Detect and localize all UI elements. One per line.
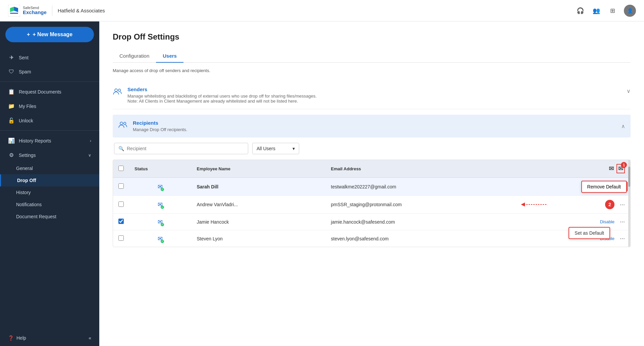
row3-checkbox[interactable] <box>118 219 124 224</box>
search-input[interactable] <box>127 146 244 151</box>
context-menu-popup[interactable]: Remove Default <box>581 181 627 193</box>
users-icon[interactable]: 👥 <box>592 6 601 15</box>
row2-more-button[interactable]: ··· <box>617 200 628 209</box>
table-row: ✉ ✓ Jamie Hancock jamie.hancock@safesend… <box>113 214 630 230</box>
new-message-button[interactable]: + + New Message <box>5 27 94 42</box>
row3-more-button[interactable]: ··· <box>617 218 628 226</box>
scrollbar-thumb <box>628 167 630 187</box>
row4-checkbox[interactable] <box>118 235 124 241</box>
senders-description: Manage whitelisting and blacklisting of … <box>127 94 621 99</box>
sidebar-item-spam[interactable]: 🛡 Spam <box>0 65 99 79</box>
sidebar-sub-item-drop-off[interactable]: Drop Off <box>0 174 99 186</box>
recipients-title: Recipients <box>133 120 621 126</box>
set-as-default-popup[interactable]: Set as Default <box>569 227 610 239</box>
unlock-icon: 🔓 <box>8 117 15 124</box>
row3-email: jamie.hancock@safesend.com <box>326 214 537 230</box>
recipients-section: Recipients Manage Drop Off recipients. ∧ <box>113 115 631 137</box>
spam-icon: 🛡 <box>8 69 15 75</box>
row4-name-text: Steven Lyon <box>197 236 222 241</box>
sidebar-sub-item-notifications[interactable]: Notifications <box>0 198 99 211</box>
row4-more-button[interactable]: ··· <box>617 234 628 243</box>
recipients-header[interactable]: Recipients Manage Drop Off recipients. ∧ <box>113 115 631 137</box>
row4-status-icon: ✉ ✓ <box>158 235 163 242</box>
select-all-checkbox[interactable] <box>118 166 124 171</box>
step2-badge: 2 <box>605 200 614 209</box>
my-files-icon: 📁 <box>8 103 15 109</box>
tab-users[interactable]: Users <box>156 50 183 63</box>
sidebar-item-request-documents[interactable]: 📋 Request Documents <box>0 84 99 99</box>
sidebar-divider-2 <box>0 130 99 131</box>
users-table-wrapper: Status Employee Name Email Address ✉ <box>113 160 631 247</box>
tab-description: Manage access of drop off senders and re… <box>113 68 631 73</box>
sidebar-item-settings[interactable]: ⚙ Settings ∨ <box>0 148 99 162</box>
sidebar-sub-item-document-request[interactable]: Document Request <box>0 211 99 223</box>
row1-name-text: Sarah Dill <box>197 184 218 189</box>
sidebar-item-unlock[interactable]: 🔓 Unlock <box>0 113 99 128</box>
table-scrollbar[interactable] <box>628 160 630 247</box>
recipients-icon <box>118 120 127 132</box>
table-header-checkbox <box>113 160 129 178</box>
main-content: Drop Off Settings Configuration Users Ma… <box>99 21 644 346</box>
row3-disable-link[interactable]: Disable <box>600 219 614 224</box>
senders-title: Senders <box>127 86 621 92</box>
table-header-row: Status Employee Name Email Address ✉ <box>113 160 630 178</box>
sidebar-collapse-icon[interactable]: « <box>89 335 91 341</box>
layout: + + New Message ✈ Sent 🛡 Spam 📋 Request … <box>0 21 644 346</box>
avatar[interactable]: 👤 <box>624 5 636 17</box>
sidebar-sub-notifications-label: Notifications <box>16 202 42 207</box>
annotation-arrow <box>520 201 546 208</box>
headset-icon[interactable]: 🎧 <box>576 6 585 15</box>
set-as-default-label: Set as Default <box>575 230 604 236</box>
sidebar-item-history-reports[interactable]: 📊 History Reports › <box>0 133 99 148</box>
sent-icon: ✈ <box>8 54 15 61</box>
senders-section[interactable]: Senders Manage whitelisting and blacklis… <box>113 81 631 109</box>
sidebar-item-sent[interactable]: ✈ Sent <box>0 50 99 65</box>
row4-checkbox-cell <box>113 230 129 247</box>
svg-rect-3 <box>10 13 18 14</box>
recipients-description: Manage Drop Off recipients. <box>133 127 621 132</box>
row2-checkbox-cell <box>113 196 129 214</box>
row3-name: Jamie Hancock <box>191 214 325 230</box>
sidebar-sub-item-general[interactable]: General <box>0 162 99 174</box>
filter-dropdown[interactable]: All Users ▾ <box>252 143 299 154</box>
row1-checkbox[interactable] <box>118 183 124 189</box>
filter-dropdown-label: All Users <box>257 146 275 151</box>
header-email-icon-2: ✉ 1 <box>616 164 625 173</box>
header-right: 🎧 👥 ⊞ 👤 <box>576 5 636 17</box>
sidebar-nav: ✈ Sent 🛡 Spam 📋 Request Documents 📁 My F… <box>0 48 99 225</box>
sidebar-sub-drop-off-label: Drop Off <box>17 178 36 183</box>
history-reports-chevron: › <box>90 138 91 143</box>
header-company: Hatfield & Associates <box>58 8 105 13</box>
sidebar-item-unlock-label: Unlock <box>19 118 33 123</box>
row2-checkbox[interactable] <box>118 201 124 207</box>
logo-text: SafeSend Exchange <box>23 6 47 15</box>
employee-name-col-label: Employee Name <box>197 166 230 171</box>
header-divider <box>52 6 52 16</box>
sidebar-item-my-files[interactable]: 📁 My Files <box>0 99 99 113</box>
sidebar-sub-item-history[interactable]: History <box>0 186 99 198</box>
apps-icon[interactable]: ⊞ <box>608 6 617 15</box>
new-message-label: + New Message <box>33 32 72 38</box>
tab-configuration[interactable]: Configuration <box>113 50 156 63</box>
table-row: ✉ ✓ Steven Lyon steven.lyon@safesend.com… <box>113 230 630 247</box>
senders-icon <box>113 87 122 99</box>
row2-status: ✉ ✓ <box>129 196 191 214</box>
senders-chevron: ∨ <box>627 88 631 94</box>
sidebar-sub-document-request-label: Document Request <box>16 214 56 219</box>
sidebar-item-history-reports-label: History Reports <box>19 138 51 143</box>
logo-exchange: Exchange <box>23 10 47 15</box>
page-title: Drop Off Settings <box>113 32 631 42</box>
header-left: SafeSend Exchange Hatfield & Associates <box>8 5 105 17</box>
senders-content: Senders Manage whitelisting and blacklis… <box>127 86 621 104</box>
header-email-icon-1: ✉ <box>609 165 614 172</box>
senders-note: Note: All Clients in Client Management a… <box>127 99 621 104</box>
row3-name-text: Jamie Hancock <box>197 219 229 225</box>
table-header-email: Email Address <box>326 160 537 178</box>
logo-icon <box>8 5 20 17</box>
svg-point-4 <box>115 89 117 92</box>
sidebar: + + New Message ✈ Sent 🛡 Spam 📋 Request … <box>0 21 99 346</box>
row2-status-icon: ✉ ✓ <box>158 201 163 208</box>
sidebar-bottom-help[interactable]: ❓ Help « <box>0 330 99 346</box>
sidebar-help-label: Help <box>16 335 26 341</box>
filter-dropdown-chevron: ▾ <box>292 146 295 151</box>
